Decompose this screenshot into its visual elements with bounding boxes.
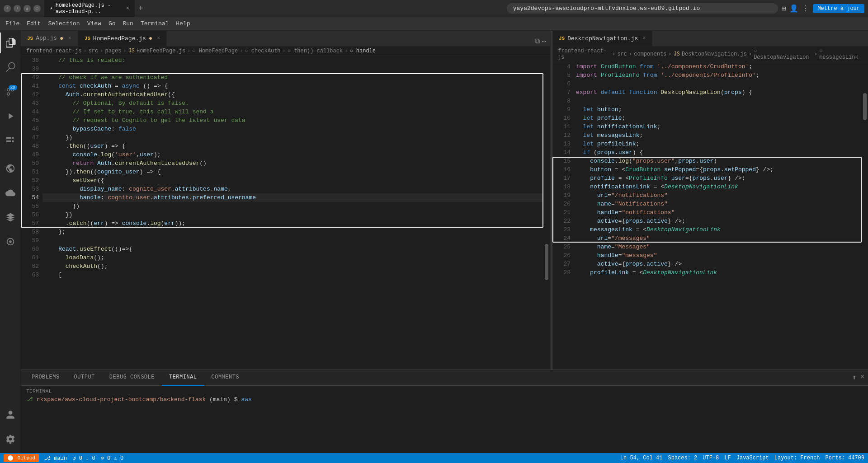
code-line-41: const checkAuth = async () => { [42, 82, 550, 90]
status-spaces[interactable]: Spaces: 2 [668, 455, 698, 461]
status-ln-col[interactable]: Ln 54, Col 41 [620, 455, 663, 461]
browser-controls: ‹ › ↺ ⌂ [4, 5, 41, 12]
right-scrollbar-thumb[interactable] [863, 93, 867, 120]
status-encoding[interactable]: UTF-8 [703, 455, 719, 461]
tab-app-js[interactable]: JS App.js ● × [21, 31, 78, 46]
address-bar[interactable]: yaya2devops-awscloudpro-mttfvdnxloe.ws-e… [507, 3, 778, 14]
right-breadcrumb-components[interactable]: components [634, 51, 666, 57]
right-breadcrumb-root[interactable]: frontend-react-js [558, 48, 610, 61]
status-ports[interactable]: Ports: 44709 [826, 455, 864, 461]
terminal-section-label: TERMINAL [26, 388, 863, 394]
breadcrumb-src[interactable]: src [89, 48, 99, 54]
terminal-command: aws [241, 396, 251, 403]
sidebar-item-run-debug[interactable] [0, 106, 21, 126]
status-branch[interactable]: ⎇ main [44, 455, 67, 462]
panel-maximize-icon[interactable]: ⬆ [852, 373, 857, 382]
left-scrollbar-thumb[interactable] [545, 244, 548, 280]
menu-file[interactable]: File [5, 20, 19, 27]
tab-desktop-navigation-js[interactable]: JS DesktopNavigation.js × [552, 31, 652, 46]
browser-tab-close-button[interactable]: × [126, 5, 129, 12]
status-line-ending[interactable]: LF [724, 455, 731, 461]
right-breadcrumb-current[interactable]: ○ messagesLink [819, 48, 863, 61]
sidebar-item-extensions[interactable] [0, 130, 21, 151]
breadcrumb-pages[interactable]: pages [105, 48, 121, 54]
right-code-line-14: if (props.user) { [574, 148, 868, 157]
breadcrumb-current[interactable]: ○ handle [349, 48, 376, 54]
browser-forward-button[interactable]: › [14, 5, 21, 12]
js-icon: JS [27, 36, 33, 41]
sidebar-item-explorer[interactable] [0, 33, 21, 53]
app-js-modified-dot: ● [60, 35, 63, 42]
right-code-line-22: active={props.active} />; [574, 217, 868, 225]
menu-help[interactable]: Help [176, 20, 190, 27]
browser-home-button[interactable]: ⌂ [33, 5, 41, 12]
sidebar-item-tool2[interactable] [0, 231, 21, 252]
more-actions-icon[interactable]: ⋯ [542, 37, 546, 46]
menu-edit[interactable]: Edit [27, 20, 41, 27]
sidebar-item-manage[interactable] [0, 429, 21, 449]
right-breadcrumb-src[interactable]: src [617, 51, 627, 57]
browser-refresh-button[interactable]: ↺ [24, 5, 31, 12]
sidebar-item-tool1[interactable] [0, 207, 21, 228]
left-scrollbar[interactable] [543, 56, 550, 369]
right-code-line-8 [574, 97, 868, 105]
breadcrumb-method[interactable]: ○ checkAuth [245, 48, 280, 54]
sidebar-item-source-control[interactable]: 20 [0, 81, 21, 102]
panel-tab-output[interactable]: OUTPUT [67, 370, 102, 386]
menu-run[interactable]: Run [123, 20, 133, 27]
panel-tab-problems[interactable]: PROBLEMS [24, 370, 67, 386]
extensions-icon[interactable]: ⊞ [782, 4, 786, 13]
panel-tab-terminal[interactable]: TERMINAL [162, 370, 204, 386]
tab-app-js-close[interactable]: × [68, 35, 71, 42]
breadcrumb-class[interactable]: ○ HomeFeedPage [192, 48, 238, 54]
panel-tab-comments[interactable]: COMMENTS [204, 370, 247, 386]
sidebar-item-cloud[interactable] [0, 182, 21, 203]
status-gitpod-icon[interactable]: Gitpod [4, 454, 39, 462]
right-code-line-12: let messagesLink; [574, 131, 868, 140]
code-line-62: checkAuth(); [42, 262, 550, 271]
profile-icon[interactable]: 👤 [789, 4, 798, 13]
terminal-prompt-symbol: $ [234, 396, 241, 403]
browser-tab-active[interactable]: ⚡ HomeFeedPage.js - aws-cloud-p... × [44, 0, 135, 18]
right-breadcrumb-class[interactable]: ○ DesktopNavigation [754, 48, 812, 61]
right-scrollbar[interactable] [862, 62, 868, 369]
panel-tab-debug-console[interactable]: DEBUG CONSOLE [102, 370, 162, 386]
source-control-badge: 20 [9, 85, 17, 90]
status-language[interactable]: JavaScript [736, 455, 769, 461]
code-line-46: bypassCache: false [42, 125, 550, 133]
breadcrumb-callback[interactable]: ○ then() callback [288, 48, 343, 54]
menu-terminal[interactable]: Terminal [141, 20, 169, 27]
tab-homefeedpage-js[interactable]: JS HomeFeedPage.js ● × [78, 31, 167, 46]
new-tab-button[interactable]: + [135, 4, 149, 13]
browser-chrome: ‹ › ↺ ⌂ ⚡ HomeFeedPage.js - aws-cloud-p.… [0, 0, 868, 17]
sidebar-item-remote[interactable] [0, 158, 21, 179]
menu-selection[interactable]: Selection [48, 20, 80, 27]
split-editor-icon[interactable]: ⧉ [535, 37, 540, 46]
right-code-line-25: name="Messages" [574, 243, 868, 251]
status-errors[interactable]: ⊗ 0 ⚠ 0 [101, 455, 123, 462]
right-code-line-28: profileLink = <DesktopNavigationLink [574, 268, 868, 277]
menu-view[interactable]: View [87, 20, 101, 27]
status-layout[interactable]: Layout: French [774, 455, 820, 461]
tab-desktop-nav-close[interactable]: × [642, 35, 646, 42]
status-sync[interactable]: ↺ 0 ↓ 0 [72, 455, 95, 462]
git-branch-icon: ⎇ [44, 455, 54, 462]
left-code-body[interactable]: // this is related: // check if we are a… [42, 56, 550, 369]
right-breadcrumb-file[interactable]: DesktopNavigation.js [682, 51, 747, 57]
terminal-line-1: ⎇ rkspace/aws-cloud-project-bootcamp/bac… [26, 396, 863, 404]
left-breadcrumb: frontend-react-js › src › pages › JS Hom… [21, 47, 550, 56]
breadcrumb-root[interactable]: frontend-react-js [26, 48, 81, 54]
panel-close-icon[interactable]: × [860, 373, 864, 382]
sidebar-item-accounts[interactable] [0, 404, 21, 425]
sidebar-item-search[interactable] [0, 57, 21, 78]
update-button[interactable]: Mettre à jour [813, 4, 864, 13]
settings-icon[interactable]: ⋮ [802, 4, 809, 13]
terminal-area[interactable]: TERMINAL ⎇ rkspace/aws-cloud-project-boo… [21, 386, 868, 453]
browser-back-button[interactable]: ‹ [4, 5, 11, 12]
breadcrumb-file[interactable]: HomeFeedPage.js [137, 48, 185, 54]
tab-desktop-nav-label: DesktopNavigation.js [567, 35, 638, 42]
right-code-body[interactable]: import CrudButton from '../components/Cr… [574, 62, 868, 369]
tab-homefeedpage-close[interactable]: × [157, 35, 160, 42]
panes-wrapper: JS App.js ● × JS HomeFeedPage.js ● × [21, 31, 868, 369]
menu-go[interactable]: Go [108, 20, 116, 27]
